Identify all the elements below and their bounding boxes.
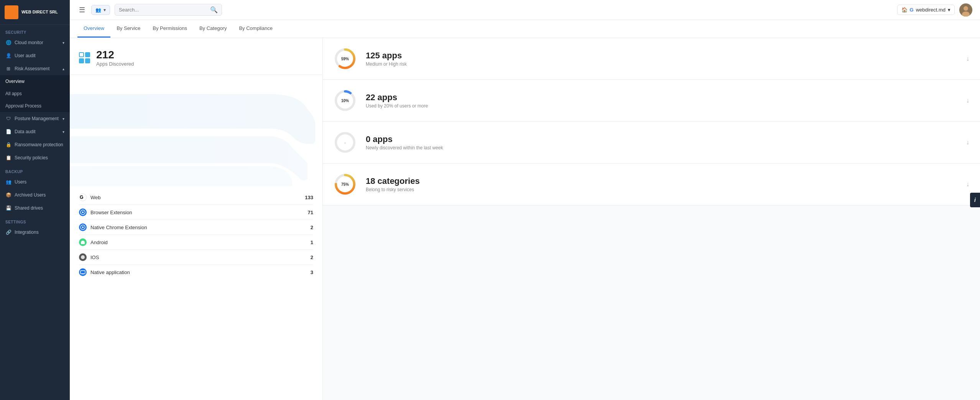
- logo-icon: WD: [5, 5, 18, 19]
- android-count: 1: [311, 240, 313, 245]
- apps-count: 212: [96, 49, 134, 61]
- native-chrome-icon: [79, 223, 87, 231]
- sidebar-item-security-policies[interactable]: 📋 Security policies: [0, 151, 70, 164]
- svg-rect-13: [81, 271, 85, 274]
- sidebar-item-user-audit[interactable]: 👤 User audit: [0, 49, 70, 62]
- tab-by-compliance[interactable]: By Compliance: [233, 20, 278, 38]
- icon-sq-2: [85, 52, 90, 57]
- svg-rect-10: [81, 241, 85, 244]
- browser-extension-name: Browser Extension: [90, 210, 304, 215]
- apps-discovered-text: 212 Apps Discovered: [96, 49, 134, 67]
- header-right: 🏠 G webdirect.md ▾: [897, 3, 972, 17]
- stat-info-categories: 18 categories Belong to risky services: [366, 176, 957, 192]
- stat-arrow-new: ↓: [966, 139, 969, 146]
- header: ☰ 👥 ▾ 🔍 🏠 G webdirect.md ▾: [70, 0, 980, 20]
- policy-icon: 📋: [5, 155, 12, 161]
- search-box[interactable]: 🔍: [115, 4, 222, 16]
- sidebar-item-users[interactable]: 👥 Users: [0, 175, 70, 188]
- person-icon: 👤: [5, 53, 12, 59]
- archive-icon: 📦: [5, 192, 12, 198]
- stat-card-new[interactable]: - 0 apps Newly discovered within the las…: [323, 122, 980, 164]
- browser-extension-icon: [79, 208, 87, 216]
- chevron-down-icon: ▾: [62, 130, 64, 134]
- android-icon: [79, 238, 87, 246]
- stat-card-risk[interactable]: 59% 125 apps Medium or High risk ↓: [323, 38, 980, 80]
- tab-by-category[interactable]: By Category: [193, 20, 233, 38]
- sidebar-item-posture-management[interactable]: 🛡 Posture Management ▾: [0, 112, 70, 125]
- sidebar-item-overview[interactable]: Overview: [0, 75, 70, 88]
- integration-icon: 🔗: [5, 229, 12, 235]
- list-item-android[interactable]: Android 1: [79, 235, 313, 250]
- company-name: WEB DIRECT SRL: [21, 10, 58, 15]
- drive-icon: 💾: [5, 205, 12, 211]
- stat-card-categories[interactable]: 75% 18 categories Belong to risky servic…: [323, 164, 980, 205]
- sidebar: WD WEB DIRECT SRL SECURITY 🌐 Cloud monit…: [0, 0, 70, 400]
- list-item-native-chrome[interactable]: Native Chrome Extension 2: [79, 220, 313, 235]
- section-backup: BACKUP: [0, 164, 70, 175]
- file-icon: 📄: [5, 129, 12, 135]
- sidebar-item-archived-users[interactable]: 📦 Archived Users: [0, 188, 70, 202]
- list-item-native-app[interactable]: Native application 3: [79, 265, 313, 279]
- sidebar-logo: WD WEB DIRECT SRL: [0, 0, 70, 25]
- chevron-down-icon: ▾: [62, 117, 64, 121]
- user-avatar[interactable]: [959, 3, 972, 17]
- shield-icon: 🛡: [5, 116, 12, 122]
- sidebar-item-ransomware-protection[interactable]: 🔒 Ransomware protection: [0, 138, 70, 151]
- people-icon: 👥: [95, 7, 101, 13]
- svg-text:G: G: [80, 195, 83, 200]
- svg-point-9: [82, 226, 84, 228]
- people-filter[interactable]: 👥 ▾: [91, 5, 110, 15]
- sidebar-item-data-audit[interactable]: 📄 Data audit ▾: [0, 125, 70, 138]
- svg-rect-11: [82, 241, 84, 242]
- sidebar-item-approval-process[interactable]: Approval Process: [0, 100, 70, 112]
- donut-new: -: [334, 131, 357, 154]
- content-area: 212 Apps Discovered: [70, 38, 980, 400]
- section-settings: SETTINGS: [0, 215, 70, 226]
- donut-users: 10%: [334, 89, 357, 112]
- browser-extension-count: 71: [308, 210, 313, 215]
- domain-name: webdirect.md: [916, 7, 945, 13]
- web-icon: G: [79, 193, 87, 201]
- stat-count-new: 0 apps: [366, 134, 957, 144]
- sidebar-item-all-apps[interactable]: All apps: [0, 88, 70, 100]
- chevron-down-icon: ▾: [62, 41, 64, 45]
- list-item-ios[interactable]: IOS 2: [79, 250, 313, 265]
- app-type-list: G Web 133 Browser Extension 71: [70, 190, 322, 287]
- native-app-icon: [79, 268, 87, 276]
- hamburger-button[interactable]: ☰: [77, 4, 87, 16]
- flow-chart-svg: [70, 79, 323, 194]
- left-panel: 212 Apps Discovered: [70, 38, 323, 400]
- tab-by-permissions[interactable]: By Permissions: [146, 20, 193, 38]
- native-chrome-count: 2: [311, 225, 313, 230]
- grid-icon: ⊞: [5, 66, 12, 72]
- list-item-browser-extension[interactable]: Browser Extension 71: [79, 205, 313, 220]
- stat-count-categories: 18 categories: [366, 176, 957, 186]
- sidebar-item-risk-assessment[interactable]: ⊞ Risk Assessment ▴: [0, 62, 70, 75]
- domain-selector[interactable]: 🏠 G webdirect.md ▾: [897, 5, 955, 15]
- ios-count: 2: [311, 255, 313, 260]
- tab-by-service[interactable]: By Service: [110, 20, 146, 38]
- sidebar-item-cloud-monitor[interactable]: 🌐 Cloud monitor ▾: [0, 36, 70, 49]
- native-app-count: 3: [311, 269, 313, 275]
- icon-sq-4: [85, 58, 90, 63]
- sidebar-item-shared-drives[interactable]: 💾 Shared drives: [0, 202, 70, 215]
- stat-arrow-categories: ↓: [966, 181, 969, 188]
- stat-card-users[interactable]: 10% 22 apps Used by 20% of users or more…: [323, 80, 980, 122]
- tab-overview[interactable]: Overview: [77, 20, 110, 38]
- web-count: 133: [305, 195, 313, 200]
- info-button[interactable]: i: [970, 193, 980, 207]
- apps-discovered-section: 212 Apps Discovered: [70, 38, 322, 75]
- stat-desc-risk: Medium or High risk: [366, 61, 957, 67]
- tabs-bar: Overview By Service By Permissions By Ca…: [70, 20, 980, 38]
- donut-risk: 59%: [334, 47, 357, 70]
- stat-info-users: 22 apps Used by 20% of users or more: [366, 93, 957, 109]
- stat-arrow-users: ↓: [966, 97, 969, 104]
- sidebar-item-integrations[interactable]: 🔗 Integrations: [0, 226, 70, 239]
- svg-point-12: [81, 255, 85, 259]
- apps-discovered-icon: [79, 52, 90, 63]
- home-icon: 🏠: [901, 7, 908, 13]
- donut-categories-label: 75%: [341, 182, 349, 187]
- donut-risk-label: 59%: [341, 57, 349, 61]
- icon-sq-1: [79, 52, 84, 57]
- search-input[interactable]: [119, 7, 208, 13]
